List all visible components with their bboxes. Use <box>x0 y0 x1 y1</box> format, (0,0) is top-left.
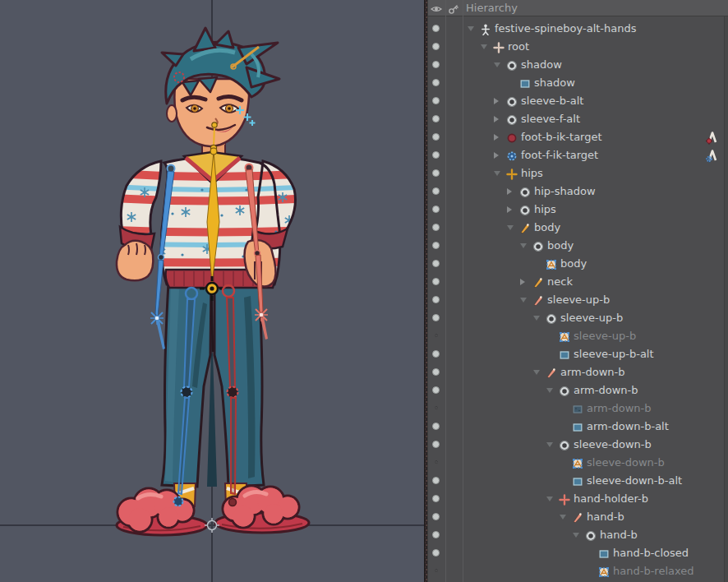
key-icon[interactable] <box>448 2 459 14</box>
tree-row[interactable]: body <box>428 255 723 273</box>
region-icon <box>572 475 583 487</box>
tree-row-label: hand-b-relaxed <box>613 565 694 577</box>
hierarchy-panel-header: Hierarchy <box>428 0 728 16</box>
expand-arrow[interactable] <box>494 98 499 104</box>
tree-row-label: hips <box>521 167 543 179</box>
tree-row-label: sleeve-down-b-alt <box>587 474 682 487</box>
tree-row-label: foot-b-ik-target <box>521 131 602 143</box>
tree-row[interactable]: foot-b-ik-target <box>428 128 723 146</box>
tree-row[interactable]: neck <box>428 273 723 291</box>
bone-red-icon <box>506 132 518 143</box>
collapse-arrow[interactable] <box>546 497 553 501</box>
tree-row-label: sleeve-up-b-alt <box>574 348 654 360</box>
wedge-salmon-icon <box>546 367 557 378</box>
region-dim-icon <box>572 403 583 414</box>
collapse-arrow[interactable] <box>520 243 527 248</box>
tree-row-label: hand-b <box>600 529 638 541</box>
skeleton-icon <box>480 23 491 35</box>
tree-row[interactable]: foot-f-ik-target <box>428 146 723 164</box>
tree-row[interactable]: hip-shadow <box>428 182 723 201</box>
tree-row[interactable]: festive-spineboy-alt-hands <box>428 20 723 38</box>
collapse-arrow[interactable] <box>520 298 527 303</box>
slot-icon <box>519 204 531 215</box>
tree-row-label: shadow <box>534 76 575 89</box>
expand-arrow[interactable] <box>494 134 499 141</box>
tree-row[interactable]: arm-down-b <box>428 400 723 418</box>
tree-row[interactable]: sleeve-down-b <box>428 454 723 472</box>
region-icon <box>598 547 610 559</box>
tree-row-label: sleeve-down-b <box>587 456 665 469</box>
tree-row[interactable]: hand-b-relaxed <box>428 562 723 580</box>
mesh-icon <box>572 457 583 469</box>
tree-row-label: foot-f-ik-target <box>521 149 598 161</box>
tree-row-label: body <box>547 239 574 252</box>
collapse-arrow[interactable] <box>481 44 487 49</box>
tree-row[interactable]: body <box>428 219 723 237</box>
tree-row[interactable]: sleeve-up-b <box>428 327 723 345</box>
tree-row[interactable]: arm-down-b-alt <box>428 418 723 436</box>
cross-gold-icon <box>506 168 518 179</box>
collapse-arrow[interactable] <box>533 316 540 321</box>
slot-icon <box>506 95 518 107</box>
collapse-arrow[interactable] <box>494 62 500 67</box>
pants-gap-shadow <box>207 353 217 487</box>
collapse-arrow[interactable] <box>546 388 553 393</box>
ik-red-constraint-icon[interactable] <box>703 130 720 145</box>
collapse-arrow[interactable] <box>546 442 553 447</box>
expand-arrow[interactable] <box>494 116 499 122</box>
slot-icon <box>532 240 544 252</box>
wedge-salmon-icon <box>572 511 583 523</box>
collapse-arrow[interactable] <box>573 533 579 538</box>
eye-icon[interactable] <box>431 2 442 14</box>
tree-row[interactable]: body <box>428 237 723 255</box>
tree-row-label: hand-b-closed <box>613 547 689 559</box>
head <box>167 79 249 161</box>
tree-row-label: hand-b <box>587 510 624 523</box>
tree-row[interactable]: sleeve-down-b <box>428 436 723 454</box>
ik-blue-constraint-icon[interactable] <box>703 148 720 163</box>
tree-row-label: arm-down-b-alt <box>587 420 669 432</box>
hierarchy-panel: Hierarchy festive-spineboy-alt-handsroot… <box>428 0 728 582</box>
expand-arrow[interactable] <box>507 188 512 195</box>
pant-leg-back <box>214 283 264 487</box>
tree-row[interactable]: hand-holder-b <box>428 490 723 508</box>
region-icon <box>559 349 570 360</box>
tree-row[interactable]: sleeve-up-b <box>428 309 723 327</box>
tree-row-label: body <box>534 221 560 233</box>
expand-arrow[interactable] <box>520 279 525 285</box>
tree-row[interactable]: hips <box>428 201 723 219</box>
expand-arrow[interactable] <box>494 152 499 159</box>
tree-row-label: body <box>560 257 587 270</box>
panel-title: Hierarchy <box>466 2 518 14</box>
collapse-arrow[interactable] <box>533 370 540 375</box>
collapse-arrow[interactable] <box>507 225 514 230</box>
tree-row[interactable]: arm-down-b <box>428 381 723 400</box>
tree-row[interactable]: arm-down-b <box>428 363 723 381</box>
collapse-arrow[interactable] <box>468 26 474 31</box>
tree-row[interactable]: shadow <box>428 74 723 92</box>
tree-row[interactable]: sleeve-up-b <box>428 291 723 309</box>
tree-row[interactable]: hand-b <box>428 508 723 526</box>
slot-icon <box>519 186 531 197</box>
cross-salmon-icon <box>559 493 570 505</box>
expand-arrow[interactable] <box>507 206 512 213</box>
collapse-arrow[interactable] <box>560 515 566 520</box>
scrollbar-track[interactable] <box>724 16 728 582</box>
tree-row[interactable]: hand-b <box>428 526 723 544</box>
tree-row[interactable]: sleeve-up-b-alt <box>428 345 723 363</box>
tree-row-label: sleeve-up-b <box>547 293 610 306</box>
tree-row[interactable]: hand-b-closed <box>428 544 723 562</box>
viewport-canvas[interactable] <box>0 0 424 582</box>
collapse-arrow[interactable] <box>494 171 500 176</box>
mesh-icon <box>598 566 610 577</box>
tree-row[interactable]: root <box>428 38 723 56</box>
wedge-salmon-icon <box>532 294 544 306</box>
tree-row[interactable]: shadow <box>428 56 723 74</box>
tree-row[interactable]: sleeve-f-alt <box>428 110 723 128</box>
tree-row[interactable]: sleeve-down-b-alt <box>428 472 723 490</box>
bone-blue-icon <box>506 150 518 161</box>
tree-row[interactable]: hips <box>428 164 723 182</box>
tree-row-label: root <box>508 40 529 53</box>
tree-row-label: sleeve-up-b <box>560 312 623 324</box>
tree-row[interactable]: sleeve-b-alt <box>428 92 723 110</box>
